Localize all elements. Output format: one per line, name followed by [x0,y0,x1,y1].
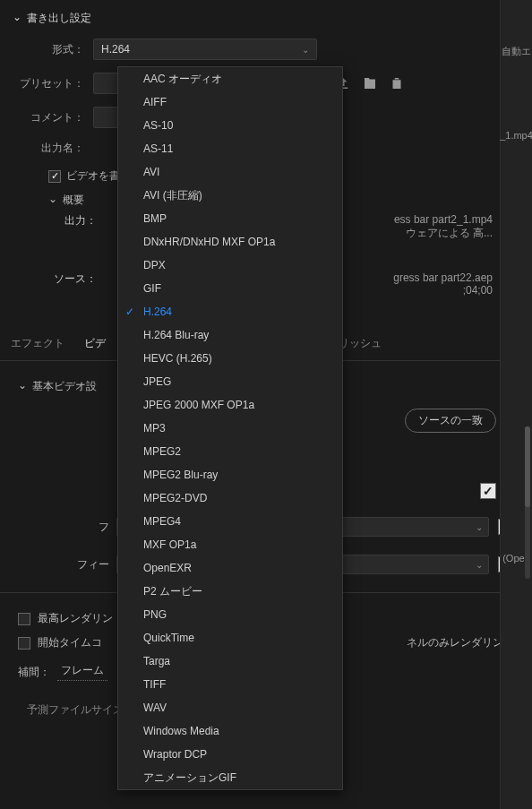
format-option[interactable]: MPEG2-DVD [118,486,342,510]
chevron-down-icon: ⌄ [476,560,483,570]
basic-video-label: 基本ビデオ設 [32,379,97,394]
format-option-label: QuickTime [143,632,194,644]
format-option[interactable]: AVI [118,160,342,184]
preset-label: プリセット： [13,76,93,91]
format-option-label: DNxHR/DNxHD MXF OP1a [143,236,275,248]
tab-video[interactable]: ビデ [82,332,107,355]
format-option[interactable]: HEVC (H.265) [118,347,342,370]
format-option-label: Targa [143,655,170,667]
format-option-label: OpenEXR [143,562,192,574]
format-option-label: MXF OP1a [143,538,196,551]
format-option[interactable]: JPEG [118,370,342,393]
tab-effect[interactable]: エフェクト [9,332,66,355]
checkbox-1[interactable] [480,483,496,499]
format-value: H.264 [101,43,130,56]
format-option[interactable]: PNG [118,603,342,626]
format-option[interactable]: AVI (非圧縮) [118,184,342,207]
format-option[interactable]: AS-10 [118,114,342,137]
source-label: ソース： [48,271,102,297]
format-option[interactable]: MPEG2 [118,440,342,463]
scrollbar-thumb[interactable] [525,426,530,507]
format-option-label: AAC オーディオ [143,72,222,87]
delete-preset-icon[interactable] [389,75,405,91]
format-option-label: HEVC (H.265) [143,352,212,365]
match-source-button[interactable]: ソースの一致 [405,409,496,433]
scrollbar[interactable] [525,426,530,579]
interp-dropdown[interactable]: フレーム [57,663,107,681]
format-option[interactable]: Wraptor DCP [118,743,342,766]
format-option-label: AVI [143,166,159,178]
format-option[interactable]: MP3 [118,417,342,440]
max-render-checkbox[interactable] [18,613,30,625]
chevron-down-icon [48,194,57,207]
format-option[interactable]: MPEG2 Blu-ray [118,463,342,486]
right-auto: 自動エ [502,45,531,58]
right-file: _1.mp4 [500,130,532,141]
chevron-down-icon: ⌄ [476,522,483,532]
outputname-label: 出力名： [13,141,93,156]
format-option-label: H.264 [143,306,172,318]
overview-label: 概要 [63,193,84,208]
section-title: 書き出し設定 [27,11,91,26]
format-option[interactable]: BMP [118,207,342,230]
format-option-label: TIFF [143,678,166,691]
format-option[interactable]: AS-11 [118,137,342,160]
fr-label: フ [18,520,116,535]
right-strip: 自動エ _1.mp4 (Open [500,0,532,809]
format-option[interactable]: Targa [118,650,342,673]
format-label: 形式： [13,42,93,57]
format-option[interactable]: H.264 Blu-ray [118,323,342,347]
format-option-label: AS-11 [143,142,173,155]
format-option-label: AS-10 [143,119,173,132]
format-option[interactable]: AAC オーディオ [118,67,342,90]
import-preset-icon[interactable] [362,75,378,91]
output-label: 出力： [48,213,102,241]
comment-label: コメント： [13,110,93,125]
format-option-label: MPEG4 [143,515,181,528]
section-header[interactable]: 書き出し設定 [13,11,519,26]
format-option[interactable]: WAV [118,696,342,719]
format-option[interactable]: MPEG4 [118,510,342,533]
format-option-label: MPEG2-DVD [143,492,207,504]
format-option-label: WAV [143,701,167,714]
format-option[interactable]: JPEG 2000 MXF OP1a [118,393,342,417]
format-options-menu: AAC オーディオAIFFAS-10AS-11AVIAVI (非圧縮)BMPDN… [117,66,343,790]
format-option-label: AIFF [143,96,167,108]
chevron-down-icon: ⌄ [302,45,309,55]
format-option-label: MP3 [143,422,166,435]
format-option[interactable]: アニメーションGIF [118,766,342,789]
format-option-label: MPEG2 [143,445,181,458]
format-option[interactable]: AIFF [118,90,342,114]
format-option[interactable]: OpenEXR [118,556,342,580]
format-option[interactable]: MXF OP1a [118,533,342,556]
start-tc-checkbox[interactable] [18,637,30,650]
format-option[interactable]: DNxHR/DNxHD MXF OP1a [118,230,342,254]
format-option-label: H.264 Blu-ray [143,329,209,341]
format-option-label: アニメーションGIF [143,770,236,786]
interp-label: 補間： [18,665,50,680]
export-video-checkbox[interactable] [48,170,61,183]
format-dropdown[interactable]: H.264 ⌄ [93,39,317,60]
format-option[interactable]: DPX [118,254,342,277]
format-option[interactable]: ✓H.264 [118,300,342,323]
chevron-down-icon [13,13,21,25]
format-option-label: DPX [143,259,166,271]
field-label: フィー [18,557,116,572]
start-tc-label: 開始タイムコ [38,635,102,650]
export-video-label: ビデオを書 [66,168,120,184]
format-option[interactable]: Windows Media [118,719,342,743]
format-option[interactable]: P2 ムービー [118,580,342,603]
format-option-label: P2 ムービー [143,584,202,599]
format-option[interactable]: TIFF [118,673,342,696]
max-render-label: 最高レンダリン [38,611,113,626]
chevron-down-icon [18,381,27,393]
format-option-label: MPEG2 Blu-ray [143,469,218,481]
format-option[interactable]: GIF [118,277,342,300]
format-option-label: Windows Media [143,725,219,737]
format-option-label: PNG [143,608,167,621]
format-option-label: JPEG 2000 MXF OP1a [143,399,254,411]
format-option[interactable]: QuickTime [118,626,342,650]
format-option-label: JPEG [143,375,171,388]
check-icon: ✓ [125,306,134,318]
format-option-label: AVI (非圧縮) [143,188,202,203]
